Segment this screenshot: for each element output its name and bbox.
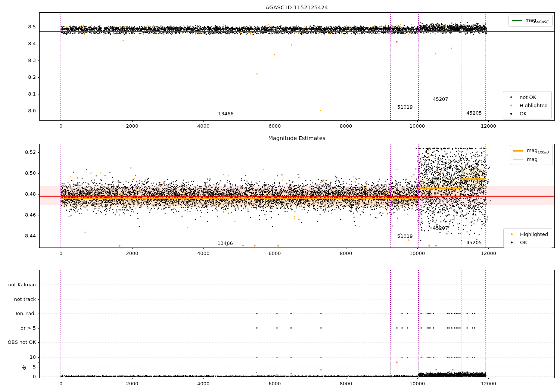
annotation: 51019 [397,105,413,110]
ok-dot-icon [507,242,517,243]
legend-item-mag: mag [513,155,549,163]
annotation: 13466 [218,111,233,116]
category-label: OBS not OK [8,340,36,345]
x-tick-label: 6000 [268,381,281,386]
ok-dot-icon [506,113,516,115]
x-tick-label: 8000 [340,381,352,386]
y-tick-label: 8.5 [28,24,36,29]
annotation: 45205 [466,111,482,116]
not-ok-dot-icon [506,96,516,98]
x-tick-label: 12000 [481,251,496,256]
legend-mag-lines: magOBSID mag [510,145,553,165]
category-label: Ion. rad. [16,311,36,316]
x-tick-label: 10000 [410,251,425,256]
legend-label-ok-2: OK [520,240,527,245]
y-tick-label: 8.50 [25,171,36,176]
x-tick-label: 8000 [340,124,352,129]
x-tick-label: 6000 [268,124,281,129]
x-tick-label: 12000 [481,381,496,386]
legend-item-highlighted: Highlighted [506,101,548,109]
legend-item-mag-agasc: magAGASC [512,16,548,25]
legend-label-not-ok: not OK [520,94,536,100]
x-tick-label: 4000 [197,124,209,129]
y-tick-label: 8.52 [25,150,36,155]
mag-obsid-line-sample [513,150,523,152]
y-tick-label: 8.48 [25,192,36,197]
x-tick-label: 0 [59,251,62,256]
x-tick-label: 4000 [197,381,209,386]
figure: 0200040006000800010000120008.08.18.28.38… [0,0,560,392]
x-tick-label: 4000 [197,251,209,256]
dr-axis-label: dr [21,365,27,370]
legend-label-mag-obsid: magOBSID [527,147,549,154]
legend-item-ok-2: OK [507,238,548,246]
annotation: 45205 [466,240,482,245]
y-tick-label: 8.44 [25,233,36,239]
legend-item-ok: OK [506,109,548,118]
mag-agasc-line-sample [512,20,522,21]
y-tick-label: 8.3 [28,58,36,63]
highlighted-dot-icon [506,105,516,106]
annotation: 45207 [433,97,448,102]
legend-middle-markers: Highlighted OK [503,228,552,248]
x-tick-label: 2000 [126,124,138,129]
x-tick-label: 0 [59,381,62,386]
y-tick-label: 8.4 [28,41,36,46]
annotation: 51019 [397,234,413,239]
y-tick-label: 8.2 [28,75,36,80]
legend-label-mag: mag [527,156,538,162]
dr-tick-label: 0 [33,374,36,379]
dr-tick-label: 5 [33,364,36,370]
x-tick-label: 12000 [481,124,496,129]
category-label: not track [14,296,36,302]
legend-item-mag-obsid: magOBSID [513,147,549,155]
x-tick-label: 0 [59,124,62,129]
y-tick-label: 8.46 [25,212,36,218]
legend-mag-agasc: magAGASC [508,15,553,27]
highlighted-dot-icon [507,233,517,235]
middle-plot-title: Magnitude Estimates [268,135,325,141]
x-tick-label: 2000 [126,251,138,256]
x-tick-label: 8000 [340,251,352,256]
x-tick-label: 6000 [268,251,281,256]
chart-canvas [0,0,560,392]
y-tick-label: 8.0 [28,108,36,113]
legend-top-markers: not OK Highlighted OK [503,91,552,119]
category-label: dr > 5 [21,325,36,330]
annotation: 13466 [217,240,233,246]
category-label: not Kalman [8,282,36,287]
mag-line-sample [513,159,523,159]
x-tick-label: 10000 [410,381,425,386]
legend-label-highlighted: Highlighted [520,103,548,108]
legend-label-mag-agasc: magAGASC [525,17,548,24]
legend-label-highlighted-2: Highlighted [520,231,548,237]
top-plot-title: AGASC ID 1152125424 [265,4,328,10]
legend-label-ok: OK [520,111,527,116]
legend-item-highlighted-2: Highlighted [507,230,548,238]
x-tick-label: 2000 [126,381,138,386]
x-tick-label: 10000 [410,124,425,129]
legend-item-not-ok: not OK [506,93,548,101]
y-tick-label: 8.1 [28,91,36,97]
annotation: 45207 [433,225,448,231]
dr-tick-label: 10 [29,355,36,360]
